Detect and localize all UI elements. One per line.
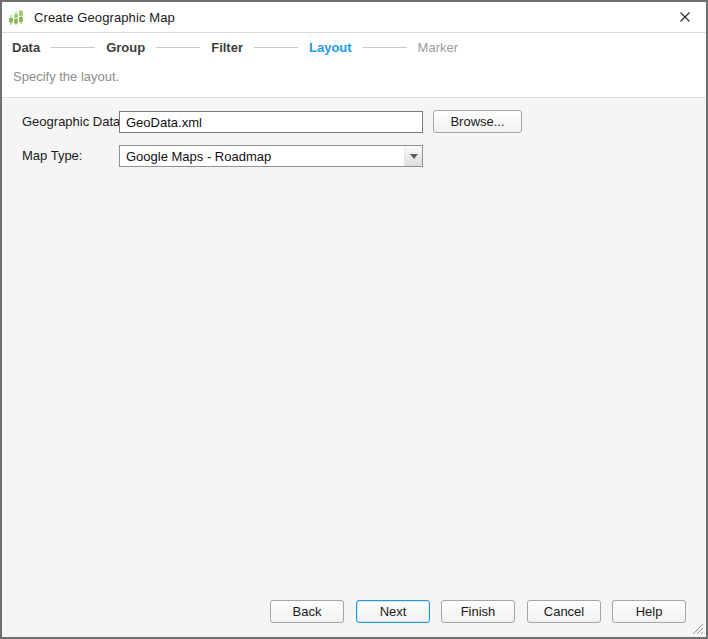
cancel-button[interactable]: Cancel — [527, 600, 601, 623]
finish-button[interactable]: Finish — [441, 600, 515, 623]
step-layout[interactable]: Layout — [309, 40, 352, 55]
content-area — [2, 97, 706, 637]
geographic-data-label: Geographic Data: — [22, 109, 124, 135]
title-bar: Create Geographic Map — [2, 2, 706, 33]
step-filter[interactable]: Filter — [211, 40, 243, 55]
step-connector — [156, 47, 200, 48]
step-group[interactable]: Group — [106, 40, 145, 55]
wizard-steps: Data Group Filter Layout Marker — [12, 34, 458, 60]
green-bar-chart-icon — [8, 9, 24, 25]
map-type-dropdown[interactable]: Google Maps - Roadmap — [119, 145, 423, 167]
map-type-label: Map Type: — [22, 143, 82, 169]
help-button[interactable]: Help — [612, 600, 686, 623]
resize-grip[interactable] — [692, 623, 704, 635]
create-geographic-map-dialog: Create Geographic Map Data Group Filter … — [0, 0, 708, 639]
step-data[interactable]: Data — [12, 40, 40, 55]
window-title: Create Geographic Map — [34, 10, 175, 25]
browse-button[interactable]: Browse... — [433, 110, 522, 133]
step-marker[interactable]: Marker — [418, 40, 458, 55]
step-connector — [51, 47, 95, 48]
close-button[interactable] — [670, 2, 700, 32]
next-button[interactable]: Next — [356, 600, 430, 623]
step-description: Specify the layout. — [13, 64, 119, 90]
close-icon — [679, 11, 691, 23]
chevron-down-icon[interactable] — [404, 146, 422, 166]
step-connector — [363, 47, 407, 48]
map-type-selected-value: Google Maps - Roadmap — [120, 146, 404, 166]
geographic-data-input[interactable] — [119, 111, 423, 133]
step-connector — [254, 47, 298, 48]
back-button[interactable]: Back — [270, 600, 344, 623]
